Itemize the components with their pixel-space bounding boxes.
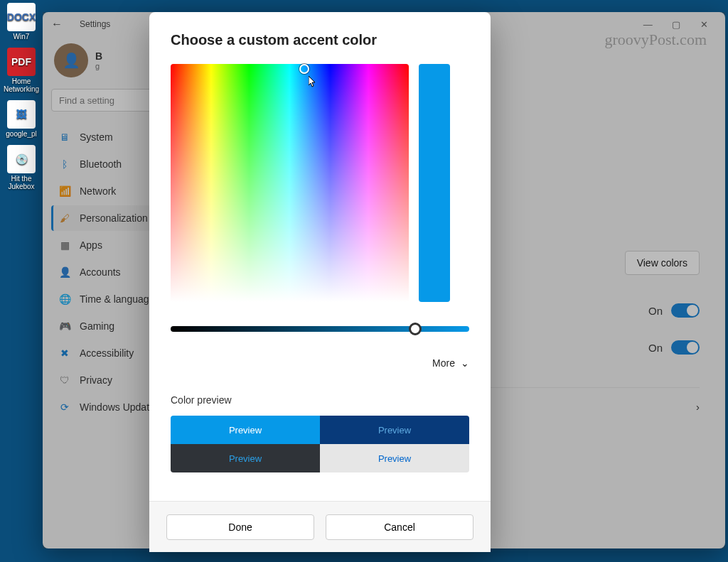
value-slider-thumb[interactable] (409, 323, 422, 335)
picker-crosshair[interactable] (299, 64, 309, 74)
chevron-down-icon: ⌄ (461, 357, 469, 369)
done-button[interactable]: Done (166, 514, 314, 540)
value-slider[interactable] (171, 326, 469, 332)
desktop-icon[interactable]: PDFHome Networking (2, 48, 41, 93)
more-link[interactable]: More ⌄ (171, 357, 469, 369)
color-picker-modal: Choose a custom accent color More ⌄ C (149, 12, 491, 552)
preview-cell: Preview (171, 416, 320, 444)
hue-sat-picker[interactable] (171, 64, 409, 302)
desktop-icon[interactable]: DOCXWin7 (2, 3, 41, 40)
preview-cell: Preview (320, 416, 469, 444)
cursor-icon (309, 76, 317, 87)
desktop-icon[interactable]: 💿Hit the Jukebox (2, 145, 41, 190)
modal-title: Choose a custom accent color (171, 32, 469, 48)
modal-overlay: Choose a custom accent color More ⌄ C (43, 12, 725, 549)
settings-window: ← Settings — ▢ ✕ 👤 B g 🖥SystemᛒBluetooth… (43, 12, 725, 549)
modal-footer: Done Cancel (149, 501, 491, 552)
preview-cell: Preview (320, 444, 469, 472)
preview-cell: Preview (171, 444, 320, 472)
more-label: More (432, 357, 455, 369)
preview-grid: PreviewPreviewPreviewPreview (171, 416, 469, 472)
desktop: DOCXWin7PDFHome Networking🖼google_pl💿Hit… (0, 0, 43, 547)
desktop-icon[interactable]: 🖼google_pl (2, 100, 41, 138)
preview-label: Color preview (171, 394, 469, 406)
current-color-preview (419, 64, 450, 302)
cancel-button[interactable]: Cancel (326, 514, 473, 540)
